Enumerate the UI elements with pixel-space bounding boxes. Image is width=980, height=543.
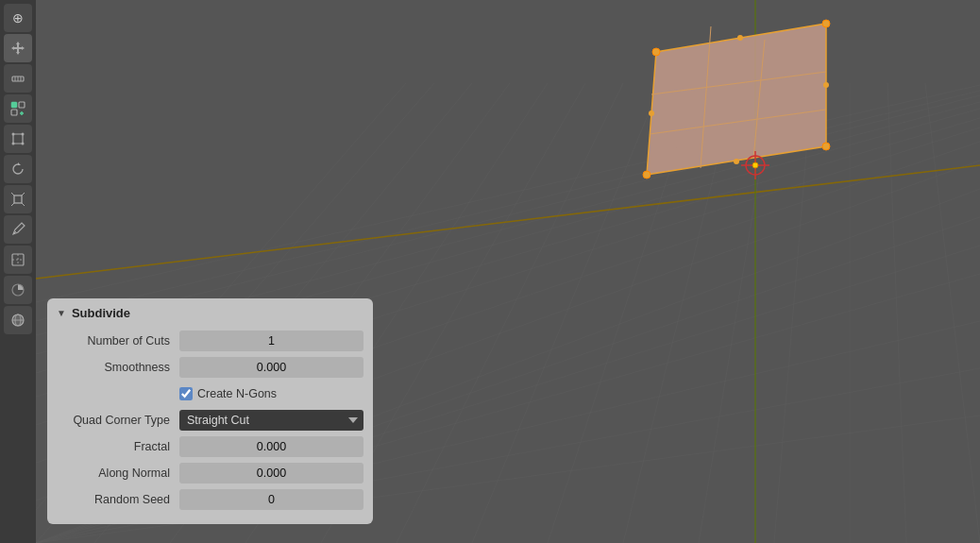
svg-point-63 <box>22 133 25 136</box>
subdivide-panel: ▼ Subdivide Number of Cuts Smoothness Cr… <box>47 298 373 524</box>
create-ngons-checkbox[interactable] <box>179 387 193 400</box>
svg-point-51 <box>752 162 758 168</box>
transform-tool[interactable] <box>4 125 32 153</box>
along-normal-label: Along Normal <box>57 467 179 480</box>
create-ngons-label: Create N-Gons <box>197 387 277 400</box>
svg-point-45 <box>823 82 829 88</box>
svg-line-69 <box>22 193 25 195</box>
svg-rect-56 <box>11 102 17 108</box>
svg-rect-58 <box>11 110 17 115</box>
number-of-cuts-label: Number of Cuts <box>57 334 179 348</box>
along-normal-row: Along Normal <box>57 462 363 484</box>
number-of-cuts-row: Number of Cuts <box>57 330 363 352</box>
svg-point-47 <box>649 110 654 116</box>
cursor-tool[interactable]: ⊕ <box>4 4 32 32</box>
add-tool[interactable] <box>4 94 32 123</box>
svg-point-65 <box>22 143 25 145</box>
svg-point-41 <box>822 143 830 150</box>
quad-corner-type-row: Quad Corner Type Straight Cut Inner Vert… <box>57 409 363 432</box>
svg-point-46 <box>737 35 743 41</box>
svg-point-44 <box>734 159 739 164</box>
measure-tool[interactable] <box>4 246 32 274</box>
random-seed-label: Random Seed <box>57 493 179 506</box>
svg-point-42 <box>822 20 830 27</box>
panel-title: Subdivide <box>72 306 130 320</box>
rotate-tool[interactable] <box>4 155 32 183</box>
number-of-cuts-input[interactable] <box>179 331 363 351</box>
svg-point-40 <box>643 171 651 178</box>
panel-header: ▼ Subdivide <box>57 306 363 320</box>
smoothness-label: Smoothness <box>57 361 179 374</box>
quad-corner-type-select[interactable]: Straight Cut Inner Vert Path Fan <box>179 410 363 431</box>
sphere-tool[interactable] <box>4 306 32 334</box>
svg-point-62 <box>12 133 15 136</box>
svg-rect-57 <box>19 102 25 108</box>
create-ngons-row: Create N-Gons <box>57 382 363 405</box>
pie-tool[interactable] <box>4 276 32 304</box>
along-normal-input[interactable] <box>179 463 363 484</box>
random-seed-row: Random Seed <box>57 488 363 511</box>
svg-rect-61 <box>13 134 23 144</box>
smoothness-input[interactable] <box>179 357 363 378</box>
move-tool[interactable] <box>4 34 32 62</box>
ruler-tool[interactable] <box>4 64 32 93</box>
viewport[interactable]: ⊕ <box>0 0 980 543</box>
left-toolbar: ⊕ <box>0 0 36 543</box>
svg-point-64 <box>12 143 15 145</box>
fractal-label: Fractal <box>57 440 179 453</box>
random-seed-input[interactable] <box>179 489 363 510</box>
svg-line-68 <box>11 193 14 195</box>
svg-line-70 <box>11 203 14 206</box>
smoothness-row: Smoothness <box>57 356 363 379</box>
fractal-row: Fractal <box>57 435 363 458</box>
annotate-tool[interactable] <box>4 215 32 244</box>
collapse-arrow[interactable]: ▼ <box>57 308 66 318</box>
scale-tool[interactable] <box>4 185 32 213</box>
svg-line-71 <box>22 203 25 206</box>
svg-marker-66 <box>18 162 21 165</box>
fractal-input[interactable] <box>179 436 363 457</box>
quad-corner-type-label: Quad Corner Type <box>57 414 179 427</box>
svg-rect-67 <box>14 195 22 203</box>
svg-point-43 <box>652 48 660 56</box>
